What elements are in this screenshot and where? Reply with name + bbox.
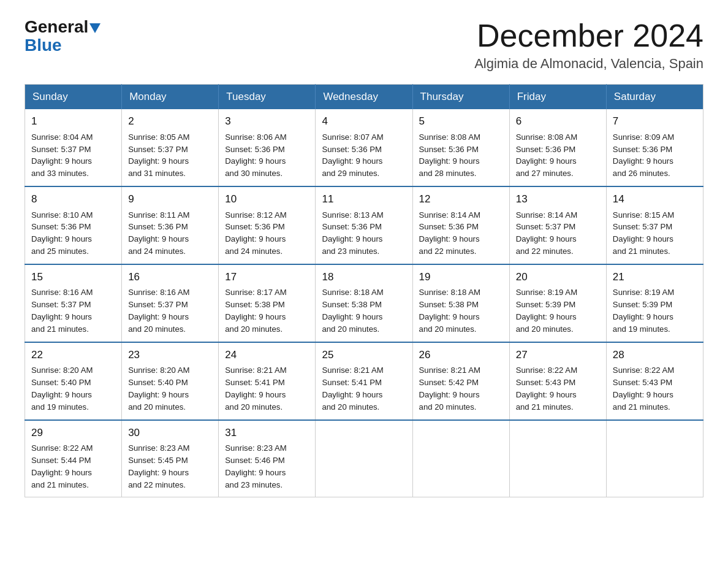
calendar-week-row: 15Sunrise: 8:16 AMSunset: 5:37 PMDayligh… [25,264,703,342]
calendar-day-cell: 10Sunrise: 8:12 AMSunset: 5:36 PMDayligh… [219,186,316,264]
day-number: 12 [419,192,503,207]
calendar-header-row: SundayMondayTuesdayWednesdayThursdayFrid… [25,85,703,110]
day-info: Sunrise: 8:05 AMSunset: 5:37 PMDaylight:… [128,132,189,178]
day-number: 30 [128,426,212,441]
day-info: Sunrise: 8:19 AMSunset: 5:39 PMDaylight:… [613,288,674,333]
day-number: 14 [613,192,697,207]
day-info: Sunrise: 8:06 AMSunset: 5:36 PMDaylight:… [225,132,286,178]
calendar-day-cell: 21Sunrise: 8:19 AMSunset: 5:39 PMDayligh… [606,264,703,342]
calendar-day-cell: 27Sunrise: 8:22 AMSunset: 5:43 PMDayligh… [509,342,606,420]
day-number: 22 [31,348,115,363]
logo-triangle-icon [89,23,100,33]
calendar-day-cell: 24Sunrise: 8:21 AMSunset: 5:41 PMDayligh… [219,342,316,420]
logo: General Blue [25,18,100,55]
day-info: Sunrise: 8:21 AMSunset: 5:41 PMDaylight:… [322,366,383,411]
calendar-day-cell: 31Sunrise: 8:23 AMSunset: 5:46 PMDayligh… [219,420,316,497]
day-info: Sunrise: 8:20 AMSunset: 5:40 PMDaylight:… [128,366,189,411]
day-info: Sunrise: 8:21 AMSunset: 5:42 PMDaylight:… [419,366,480,411]
calendar-day-cell: 13Sunrise: 8:14 AMSunset: 5:37 PMDayligh… [509,186,606,264]
day-number: 5 [419,114,503,129]
day-info: Sunrise: 8:16 AMSunset: 5:37 PMDaylight:… [128,288,189,333]
calendar-day-cell: 11Sunrise: 8:13 AMSunset: 5:36 PMDayligh… [316,186,412,264]
day-number: 9 [128,192,212,207]
calendar-day-cell: 18Sunrise: 8:18 AMSunset: 5:38 PMDayligh… [316,264,412,342]
day-info: Sunrise: 8:08 AMSunset: 5:36 PMDaylight:… [419,132,480,178]
day-info: Sunrise: 8:18 AMSunset: 5:38 PMDaylight:… [322,288,383,333]
day-number: 31 [225,426,309,441]
day-info: Sunrise: 8:22 AMSunset: 5:43 PMDaylight:… [613,366,674,411]
calendar-week-row: 8Sunrise: 8:10 AMSunset: 5:36 PMDaylight… [25,186,703,264]
weekday-header-friday: Friday [509,85,606,110]
day-number: 10 [225,192,309,207]
calendar-day-cell: 26Sunrise: 8:21 AMSunset: 5:42 PMDayligh… [412,342,509,420]
calendar-day-cell: 9Sunrise: 8:11 AMSunset: 5:36 PMDaylight… [122,186,219,264]
day-number: 4 [322,114,406,129]
day-number: 16 [128,270,212,285]
calendar-day-cell: 15Sunrise: 8:16 AMSunset: 5:37 PMDayligh… [25,264,122,342]
day-info: Sunrise: 8:09 AMSunset: 5:36 PMDaylight:… [613,132,674,178]
day-info: Sunrise: 8:07 AMSunset: 5:36 PMDaylight:… [322,132,383,178]
day-info: Sunrise: 8:21 AMSunset: 5:41 PMDaylight:… [225,366,286,411]
day-info: Sunrise: 8:22 AMSunset: 5:44 PMDaylight:… [31,443,93,489]
month-title: December 2024 [474,18,703,53]
logo-blue-text: Blue [25,36,62,55]
day-info: Sunrise: 8:12 AMSunset: 5:36 PMDaylight:… [225,210,286,256]
calendar-day-cell: 30Sunrise: 8:23 AMSunset: 5:45 PMDayligh… [122,420,219,497]
day-number: 24 [225,348,309,363]
day-number: 11 [322,192,406,207]
calendar-day-cell: 6Sunrise: 8:08 AMSunset: 5:36 PMDaylight… [509,109,606,186]
calendar-day-cell: 29Sunrise: 8:22 AMSunset: 5:44 PMDayligh… [25,420,122,497]
day-number: 7 [613,114,697,129]
calendar-empty-cell [509,420,606,497]
calendar-day-cell: 22Sunrise: 8:20 AMSunset: 5:40 PMDayligh… [25,342,122,420]
calendar-day-cell: 19Sunrise: 8:18 AMSunset: 5:38 PMDayligh… [412,264,509,342]
day-number: 18 [322,270,406,285]
calendar-day-cell: 14Sunrise: 8:15 AMSunset: 5:37 PMDayligh… [606,186,703,264]
day-number: 1 [31,114,115,129]
day-number: 3 [225,114,309,129]
calendar-day-cell: 17Sunrise: 8:17 AMSunset: 5:38 PMDayligh… [219,264,316,342]
weekday-header-wednesday: Wednesday [316,85,412,110]
calendar-day-cell: 3Sunrise: 8:06 AMSunset: 5:36 PMDaylight… [219,109,316,186]
day-info: Sunrise: 8:13 AMSunset: 5:36 PMDaylight:… [322,210,383,256]
day-number: 25 [322,348,406,363]
calendar-week-row: 22Sunrise: 8:20 AMSunset: 5:40 PMDayligh… [25,342,703,420]
day-number: 19 [419,270,503,285]
calendar-day-cell: 8Sunrise: 8:10 AMSunset: 5:36 PMDaylight… [25,186,122,264]
day-info: Sunrise: 8:08 AMSunset: 5:36 PMDaylight:… [516,132,577,178]
logo-general-text: General [25,18,100,36]
calendar-week-row: 1Sunrise: 8:04 AMSunset: 5:37 PMDaylight… [25,109,703,186]
svg-marker-0 [89,23,100,33]
calendar-day-cell: 20Sunrise: 8:19 AMSunset: 5:39 PMDayligh… [509,264,606,342]
calendar-table: SundayMondayTuesdayWednesdayThursdayFrid… [25,84,703,497]
location-title: Algimia de Almonacid, Valencia, Spain [474,56,703,72]
day-number: 2 [128,114,212,129]
calendar-day-cell: 23Sunrise: 8:20 AMSunset: 5:40 PMDayligh… [122,342,219,420]
day-info: Sunrise: 8:11 AMSunset: 5:36 PMDaylight:… [128,210,189,256]
weekday-header-saturday: Saturday [606,85,703,110]
day-number: 27 [516,348,600,363]
title-block: December 2024 Algimia de Almonacid, Vale… [474,18,703,72]
day-info: Sunrise: 8:17 AMSunset: 5:38 PMDaylight:… [225,288,286,333]
calendar-day-cell: 4Sunrise: 8:07 AMSunset: 5:36 PMDaylight… [316,109,412,186]
day-info: Sunrise: 8:14 AMSunset: 5:36 PMDaylight:… [419,210,480,256]
day-info: Sunrise: 8:10 AMSunset: 5:36 PMDaylight:… [31,210,93,256]
day-number: 15 [31,270,115,285]
calendar-empty-cell [412,420,509,497]
weekday-header-thursday: Thursday [412,85,509,110]
calendar-day-cell: 25Sunrise: 8:21 AMSunset: 5:41 PMDayligh… [316,342,412,420]
calendar-day-cell: 16Sunrise: 8:16 AMSunset: 5:37 PMDayligh… [122,264,219,342]
day-info: Sunrise: 8:18 AMSunset: 5:38 PMDaylight:… [419,288,480,333]
day-info: Sunrise: 8:23 AMSunset: 5:45 PMDaylight:… [128,443,189,489]
day-number: 21 [613,270,697,285]
calendar-day-cell: 12Sunrise: 8:14 AMSunset: 5:36 PMDayligh… [412,186,509,264]
day-info: Sunrise: 8:23 AMSunset: 5:46 PMDaylight:… [225,443,286,489]
day-info: Sunrise: 8:16 AMSunset: 5:37 PMDaylight:… [31,288,93,333]
calendar-day-cell: 5Sunrise: 8:08 AMSunset: 5:36 PMDaylight… [412,109,509,186]
day-info: Sunrise: 8:22 AMSunset: 5:43 PMDaylight:… [516,366,577,411]
calendar-day-cell: 7Sunrise: 8:09 AMSunset: 5:36 PMDaylight… [606,109,703,186]
day-number: 29 [31,426,115,441]
weekday-header-monday: Monday [122,85,219,110]
day-number: 6 [516,114,600,129]
day-number: 20 [516,270,600,285]
